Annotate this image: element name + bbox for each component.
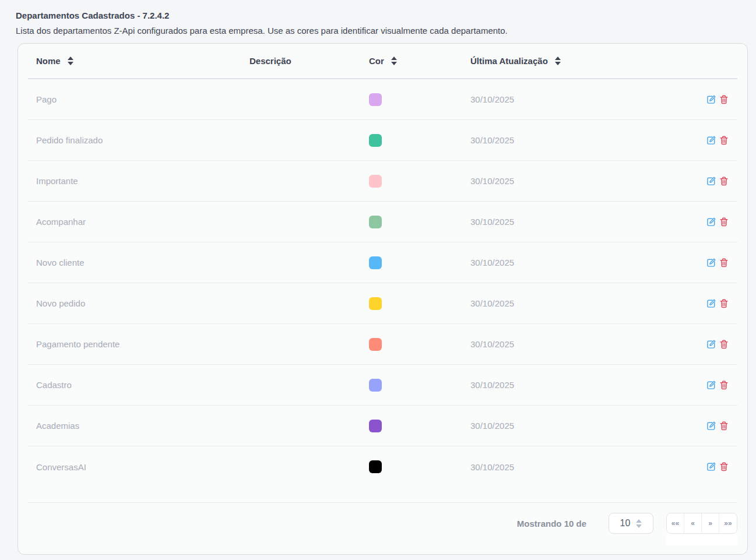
table-row: ConversasAI 30/10/2025 (28, 446, 737, 487)
edit-icon[interactable] (706, 421, 716, 431)
row-actions (685, 462, 737, 472)
column-header-cor-label: Cor (369, 56, 384, 66)
column-header-nome[interactable]: Nome (28, 56, 249, 66)
spinner-up-down-icon[interactable] (636, 519, 642, 528)
table-bottom-spacer (28, 487, 737, 502)
row-actions (685, 94, 737, 105)
color-swatch (369, 175, 382, 188)
edit-icon[interactable] (706, 298, 716, 309)
column-header-ultima-atualizacao-label: Última Atualização (470, 56, 548, 66)
color-swatch (369, 338, 382, 351)
column-header-cor[interactable]: Cor (369, 56, 470, 66)
row-actions (685, 380, 737, 390)
last-update-date: 30/10/2025 (470, 258, 685, 267)
delete-icon[interactable] (719, 217, 729, 227)
row-actions (685, 217, 737, 227)
pagination-group: «« « » »» (666, 513, 737, 534)
last-update-date: 30/10/2025 (470, 298, 685, 308)
color-swatch (369, 216, 382, 228)
edit-icon[interactable] (706, 135, 716, 146)
table-row: Cadastro 30/10/2025 (28, 365, 737, 406)
last-update-date: 30/10/2025 (470, 380, 685, 390)
showing-count-label: Mostrando 10 de (517, 519, 586, 529)
delete-icon[interactable] (719, 298, 729, 309)
delete-icon[interactable] (719, 94, 729, 105)
department-name: ConversasAI (28, 462, 249, 472)
table-row: Acompanhar 30/10/2025 (28, 202, 737, 242)
table-row: Pedido finalizado 30/10/2025 (28, 120, 737, 161)
table-row: Academias 30/10/2025 (28, 406, 737, 446)
last-update-date: 30/10/2025 (470, 217, 685, 227)
department-name: Academias (28, 421, 249, 431)
last-update-date: 30/10/2025 (470, 94, 685, 104)
delete-icon[interactable] (719, 421, 729, 431)
department-name: Importante (28, 176, 249, 186)
table-row: Pago 30/10/2025 (28, 79, 737, 120)
table-footer: Mostrando 10 de 10 «« « » »» (28, 502, 737, 554)
pagination-first-button[interactable]: «« (667, 513, 684, 533)
department-name: Novo cliente (28, 258, 249, 267)
department-name: Novo pedido (28, 298, 249, 308)
table-row: Novo cliente 30/10/2025 (28, 242, 737, 283)
departments-card: Nome Descrição Cor Última Atualização Pa… (17, 43, 748, 555)
edit-icon[interactable] (706, 462, 716, 472)
table-row: Pagamento pendente 30/10/2025 (28, 324, 737, 365)
department-name: Acompanhar (28, 217, 249, 227)
table-body: Pago 30/10/2025 (28, 79, 737, 487)
delete-icon[interactable] (719, 258, 729, 268)
row-actions (685, 258, 737, 268)
table-row: Novo pedido 30/10/2025 (28, 283, 737, 324)
pagination-panel (666, 534, 737, 545)
row-actions (685, 176, 737, 186)
department-name: Cadastro (28, 380, 249, 390)
department-name: Pagamento pendente (28, 339, 249, 349)
last-update-date: 30/10/2025 (470, 462, 685, 472)
color-swatch (369, 460, 382, 473)
last-update-date: 30/10/2025 (470, 421, 685, 431)
page-size-value: 10 (620, 518, 631, 529)
color-swatch (369, 134, 382, 147)
sort-icon[interactable] (555, 57, 561, 65)
row-actions (685, 135, 737, 146)
department-name: Pago (28, 94, 249, 104)
color-swatch (369, 297, 382, 310)
column-header-ultima-atualizacao[interactable]: Última Atualização (470, 56, 685, 66)
delete-icon[interactable] (719, 135, 729, 146)
color-swatch (369, 256, 382, 269)
page-size-input[interactable]: 10 (609, 513, 653, 534)
row-actions (685, 339, 737, 350)
pagination-next-button[interactable]: » (702, 513, 719, 533)
color-swatch (369, 379, 382, 392)
delete-icon[interactable] (719, 176, 729, 186)
pagination-prev-button[interactable]: « (684, 513, 702, 533)
page: Departamentos Cadastrados - 7.2.4.2 List… (0, 0, 756, 555)
delete-icon[interactable] (719, 380, 729, 390)
sort-icon[interactable] (68, 57, 73, 65)
table-header-row: Nome Descrição Cor Última Atualização (28, 44, 737, 79)
pagination: «« « » »» (666, 513, 737, 534)
page-subtitle: Lista dos departamentos Z-Api configurad… (16, 26, 756, 36)
column-header-descricao: Descrição (249, 56, 369, 66)
color-swatch (369, 420, 382, 432)
department-name: Pedido finalizado (28, 135, 249, 145)
column-header-descricao-label: Descrição (249, 56, 291, 66)
page-title: Departamentos Cadastrados - 7.2.4.2 (16, 10, 756, 20)
edit-icon[interactable] (706, 258, 716, 268)
edit-icon[interactable] (706, 380, 716, 390)
last-update-date: 30/10/2025 (470, 135, 685, 145)
table-row: Importante 30/10/2025 (28, 161, 737, 202)
color-swatch (369, 93, 382, 106)
delete-icon[interactable] (719, 339, 729, 350)
edit-icon[interactable] (706, 217, 716, 227)
edit-icon[interactable] (706, 94, 716, 105)
last-update-date: 30/10/2025 (470, 339, 685, 349)
row-actions (685, 421, 737, 431)
last-update-date: 30/10/2025 (470, 176, 685, 186)
delete-icon[interactable] (719, 462, 729, 472)
pagination-last-button[interactable]: »» (719, 513, 737, 533)
edit-icon[interactable] (706, 339, 716, 350)
row-actions (685, 298, 737, 309)
sort-icon[interactable] (391, 57, 397, 65)
edit-icon[interactable] (706, 176, 716, 186)
column-header-nome-label: Nome (36, 56, 61, 66)
